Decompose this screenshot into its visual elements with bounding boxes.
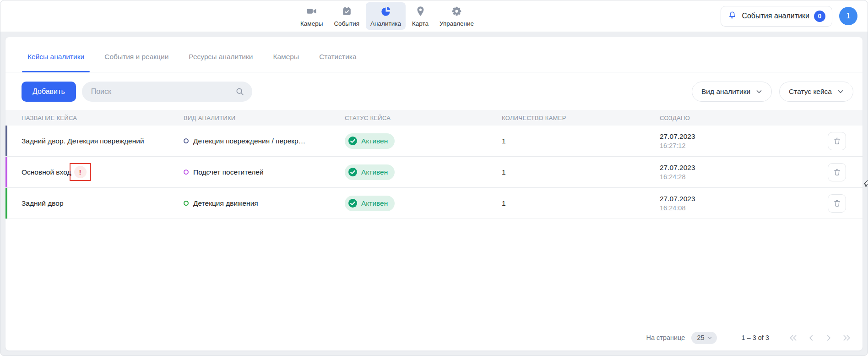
col-header-case-name: НАЗВАНИЕ КЕЙСА: [5, 115, 184, 121]
next-page-button[interactable]: [824, 333, 834, 343]
pager-controls: [788, 333, 852, 343]
add-button[interactable]: Добавить: [22, 82, 76, 102]
tab-analytics-resources[interactable]: Ресурсы аналитики: [188, 42, 254, 72]
warning-icon: !: [74, 166, 87, 178]
user-avatar[interactable]: 1: [839, 7, 857, 25]
section-tabs: Кейсы аналитики События и реакции Ресурс…: [5, 37, 863, 72]
analytics-events-label: События аналитики: [742, 12, 809, 20]
top-navigation-bar: Камеры События Аналитика Карта: [0, 0, 868, 32]
tab-statistics[interactable]: Статистика: [318, 42, 357, 72]
created-date: 27.07.2023: [660, 132, 826, 141]
chevron-down-icon: [836, 88, 845, 96]
created-time: 16:27:12: [660, 142, 826, 149]
per-page-value: 25: [697, 334, 704, 341]
app-window: Камеры События Аналитика Карта: [0, 0, 868, 356]
tab-analytics-cases[interactable]: Кейсы аналитики: [27, 42, 85, 72]
search-icon[interactable]: [235, 87, 245, 97]
nav-item-analytics[interactable]: Аналитика: [366, 2, 406, 30]
pie-chart-icon: [380, 5, 391, 19]
chevron-right-icon: [824, 333, 834, 343]
chevrons-right-icon: [842, 333, 852, 343]
chevron-down-icon: [755, 88, 763, 96]
check-circle-icon: [348, 167, 358, 177]
check-circle-icon: [348, 136, 358, 146]
col-header-analytics-type: ВИД АНАЛИТИКИ: [184, 115, 345, 121]
table-row[interactable]: Основной вход ! Подсчет посетителей Акти…: [5, 157, 863, 188]
analytics-type-filter[interactable]: Вид аналитики: [692, 82, 772, 102]
topbar-right-group: События аналитики 0 1: [721, 0, 857, 32]
prev-page-button[interactable]: [806, 333, 816, 343]
status-badge: Активен: [345, 164, 395, 180]
tab-events-reactions[interactable]: События и реакции: [103, 42, 169, 72]
col-header-camera-count: КОЛИЧЕСТВО КАМЕР: [502, 115, 660, 121]
status-label: Активен: [361, 137, 388, 145]
page-range-label: 1 – 3 of 3: [742, 334, 769, 341]
created-cell: 27.07.2023 16:24:28: [660, 164, 826, 181]
col-header-created: СОЗДАНО: [660, 115, 826, 121]
check-circle-icon: [348, 198, 358, 208]
camera-count: 1: [502, 168, 660, 176]
nav-item-cameras[interactable]: Камеры: [296, 2, 327, 30]
trash-icon: [833, 168, 841, 176]
toolbar: Добавить Вид аналитики Статус кейса: [22, 82, 853, 102]
delete-case-button[interactable]: [828, 194, 846, 213]
last-page-button[interactable]: [842, 333, 852, 343]
map-pin-icon: [415, 5, 426, 19]
created-time: 16:24:28: [660, 173, 826, 181]
camera-count: 1: [502, 137, 660, 145]
delete-case-button[interactable]: [828, 132, 846, 150]
created-time: 16:24:08: [660, 204, 826, 212]
nav-item-events[interactable]: События: [329, 2, 364, 30]
main-nav: Камеры События Аналитика Карта: [296, 0, 478, 32]
created-date: 27.07.2023: [660, 195, 826, 203]
case-status-filter[interactable]: Статус кейса: [779, 82, 853, 102]
chevron-down-icon: [707, 335, 713, 341]
tab-cameras[interactable]: Камеры: [272, 42, 300, 72]
created-cell: 27.07.2023 16:27:12: [660, 132, 826, 149]
cases-table: НАЗВАНИЕ КЕЙСА ВИД АНАЛИТИКИ СТАТУС КЕЙС…: [5, 110, 863, 219]
chevrons-left-icon: [788, 333, 798, 343]
case-name: Основной вход: [22, 168, 71, 176]
chevron-left-icon: [806, 333, 816, 343]
status-badge: Активен: [345, 196, 395, 211]
nav-label: Управление: [439, 20, 474, 27]
nav-item-management[interactable]: Управление: [435, 2, 478, 30]
mouse-cursor-icon: [862, 178, 868, 187]
filter-group: Вид аналитики Статус кейса: [692, 82, 853, 102]
analytics-type: Детекция движения: [193, 199, 258, 208]
analytics-events-button[interactable]: События аналитики 0: [721, 6, 832, 27]
bell-icon: [727, 10, 737, 22]
filter-label: Вид аналитики: [701, 88, 750, 96]
delete-case-button[interactable]: [828, 163, 846, 181]
first-page-button[interactable]: [788, 333, 798, 343]
nav-item-map[interactable]: Карта: [407, 2, 433, 30]
analytics-type-dot-icon: [184, 201, 189, 206]
status-label: Активен: [361, 199, 388, 208]
case-name: Задний двор: [22, 199, 64, 208]
nav-label: События: [334, 20, 359, 27]
events-count-badge: 0: [814, 11, 825, 22]
status-label: Активен: [361, 168, 388, 176]
case-name: Задний двор. Детекция повреждений: [22, 137, 144, 145]
video-camera-icon: [306, 5, 317, 19]
nav-label: Карта: [412, 20, 429, 27]
per-page-label: На странице: [646, 334, 685, 341]
analytics-type-dot-icon: [184, 170, 189, 175]
trash-icon: [833, 199, 841, 208]
nav-label: Аналитика: [370, 20, 401, 27]
table-row[interactable]: Задний двор. Детекция повреждений Детекц…: [5, 126, 863, 157]
gear-icon: [451, 5, 462, 19]
analytics-type: Подсчет посетителей: [193, 168, 264, 176]
table-row[interactable]: Задний двор Детекция движения Активен 1 …: [5, 188, 863, 219]
nav-label: Камеры: [300, 20, 323, 27]
per-page-select[interactable]: 25: [691, 332, 716, 344]
search-box: [82, 82, 252, 102]
status-badge: Активен: [345, 133, 395, 149]
col-header-case-status: СТАТУС КЕЙСА: [345, 115, 502, 121]
content-card: Кейсы аналитики События и реакции Ресурс…: [5, 37, 863, 351]
calendar-check-icon: [341, 5, 353, 19]
camera-count: 1: [502, 199, 660, 208]
created-cell: 27.07.2023 16:24:08: [660, 195, 826, 212]
search-input[interactable]: [82, 82, 252, 102]
warning-highlight-box: !: [70, 163, 91, 181]
